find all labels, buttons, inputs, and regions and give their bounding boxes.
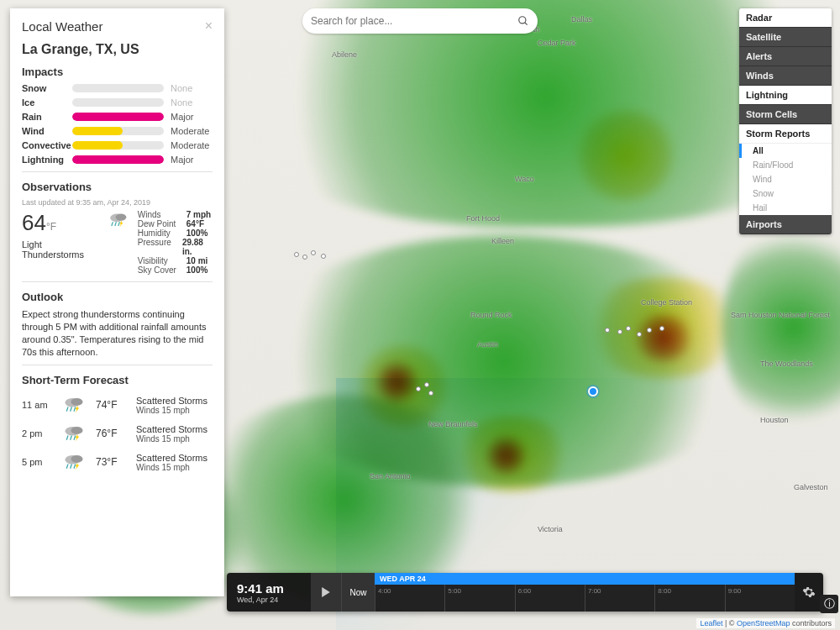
location-name: La Grange, TX, US [22,42,213,57]
city-label: Fort Hood [466,214,500,223]
svg-point-0 [519,17,526,24]
thunderstorm-icon [62,452,86,470]
layers-panel: RadarSatelliteAlertsWindsLightningStorm … [739,8,832,234]
impact-row-ice: Ice None [22,97,213,108]
impact-row-lightning: Lightning Major [22,155,213,165]
impact-level: Major [171,155,213,165]
impact-level: Moderate [171,140,213,150]
outlook-heading: Outlook [22,291,213,303]
forecast-condition: Scattered Storms [136,453,207,463]
svg-point-21 [71,455,83,463]
layer-satellite[interactable]: Satellite [739,28,832,47]
forecast-row: 11 am 74°F Scattered StormsWinds 15 mph [22,395,213,415]
timeline-clock: 9:41 am Wed, Apr 24 [227,573,311,612]
impact-label: Wind [22,126,72,136]
obs-value: 64°F [186,219,204,228]
impact-row-snow: Snow None [22,83,213,93]
current-condition: Light Thunderstorms [22,239,99,260]
storm-reports-all[interactable]: All [739,144,832,158]
observations-table: Winds7 mphDew Point64°FHumidity100%Press… [138,210,213,275]
forecast-temp: 74°F [96,399,126,411]
storm-reports-header[interactable]: Storm Reports [739,124,832,144]
impact-level: Moderate [171,126,213,136]
info-button[interactable]: ⓘ [820,595,838,613]
storm-reports-wind[interactable]: Wind [739,172,832,186]
forecast-time: 5 pm [22,457,52,467]
svg-marker-19 [76,434,79,442]
layer-airports[interactable]: Airports [739,215,832,234]
close-icon[interactable]: × [205,18,213,34]
city-label: Victoria [538,525,563,533]
impact-label: Snow [22,83,72,93]
gear-icon [802,585,816,599]
layer-lightning[interactable]: Lightning [739,86,832,105]
timeline-tick: 9:00 [725,585,726,612]
impact-level: None [171,97,213,108]
local-weather-panel: Local Weather × La Grange, TX, US Impact… [10,8,224,596]
city-label: Sam Houston National Forest [731,311,830,319]
panel-title: Local Weather [22,19,102,34]
obs-value: 7 mph [186,210,211,219]
svg-point-9 [71,398,83,406]
impact-label: Rain [22,112,72,122]
obs-key: Pressure [138,238,182,256]
now-button[interactable]: Now [341,573,375,612]
observations-updated: Last updated at 9:35 am, Apr 24, 2019 [22,198,213,207]
city-label: Houston [760,416,789,424]
obs-key: Dew Point [138,219,186,228]
svg-line-17 [71,436,72,440]
impact-level: Major [171,112,213,122]
search-bar[interactable] [302,8,538,34]
map-attribution: Leaflet | © OpenStreetMap contributors [696,618,835,628]
osm-link[interactable]: OpenStreetMap [737,619,790,627]
svg-marker-13 [76,406,79,413]
impact-label: Ice [22,97,72,108]
thunderstorm-icon [108,210,129,228]
forecast-wind: Winds 15 mph [136,434,207,444]
svg-line-23 [71,465,72,469]
layer-storm-cells[interactable]: Storm Cells [739,105,832,124]
timeline-day-label: WED APR 24 [375,573,795,585]
impact-row-convective: Convective Moderate [22,140,213,150]
city-label: Waco [515,175,534,183]
timeline-tick: 4:00 [375,585,375,612]
search-input[interactable] [311,15,517,27]
forecast-wind: Winds 15 mph [136,463,207,472]
svg-point-3 [116,214,127,221]
impact-label: Convective [22,140,72,150]
svg-point-15 [71,427,83,434]
impacts-heading: Impacts [22,66,213,78]
storm-reports-snow[interactable]: Snow [739,186,832,201]
obs-value: 100% [186,265,208,275]
storm-reports-hail[interactable]: Hail [739,201,832,215]
city-label: Cedar Park [538,39,576,47]
observations-heading: Observations [22,181,213,193]
svg-line-11 [71,407,72,412]
obs-key: Visibility [138,256,186,265]
city-label: Abilene [332,50,357,59]
outlook-text: Expect strong thunderstorms continuing t… [22,308,213,358]
layer-radar[interactable]: Radar [739,8,832,28]
settings-button[interactable] [795,573,823,612]
svg-line-16 [66,436,68,440]
layer-winds[interactable]: Winds [739,66,832,86]
svg-line-18 [74,436,76,440]
impact-bar [72,141,164,150]
impact-row-wind: Wind Moderate [22,126,213,136]
current-temperature: 64°F [22,210,99,236]
forecast-time: 2 pm [22,428,52,438]
city-label: Round Rock [470,311,512,319]
layer-alerts[interactable]: Alerts [739,47,832,66]
forecast-row: 5 pm 73°F Scattered StormsWinds 15 mph [22,452,213,472]
obs-key: Winds [138,210,186,219]
impact-bar [72,127,164,135]
storm-reports-rain-flood[interactable]: Rain/Flood [739,158,832,172]
timeline-tick: 8:00 [654,585,655,612]
obs-key: Humidity [138,228,186,238]
svg-line-6 [118,222,120,226]
impact-row-rain: Rain Major [22,112,213,122]
svg-line-24 [74,465,76,469]
play-button[interactable] [311,573,341,612]
leaflet-link[interactable]: Leaflet [700,619,722,627]
timeline-track[interactable]: WED APR 24 4:005:006:007:008:009:00 [375,573,795,612]
